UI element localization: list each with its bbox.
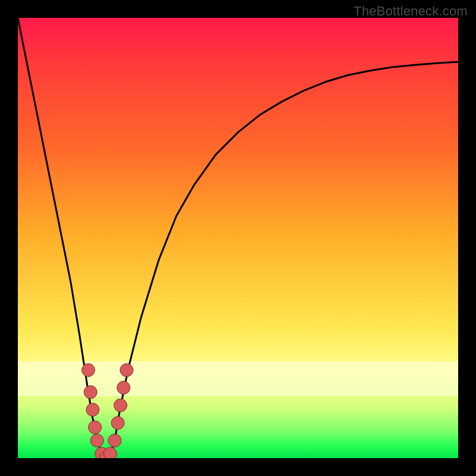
chart-frame: TheBottleneck.com [0, 0, 476, 476]
curve-markers [82, 364, 133, 458]
curve-marker [114, 399, 127, 412]
curve-marker [89, 421, 102, 434]
curve-marker [86, 403, 99, 416]
curve-marker [90, 434, 104, 447]
curve-marker [120, 364, 133, 377]
curve-marker [111, 416, 124, 430]
curve-marker [117, 381, 130, 394]
plot-area [18, 18, 458, 458]
chart-svg [18, 18, 458, 458]
curve-marker [108, 434, 121, 447]
watermark-text: TheBottleneck.com [353, 4, 468, 19]
curve-marker [84, 386, 97, 399]
curve-marker [82, 364, 95, 377]
curve-marker [104, 447, 117, 458]
